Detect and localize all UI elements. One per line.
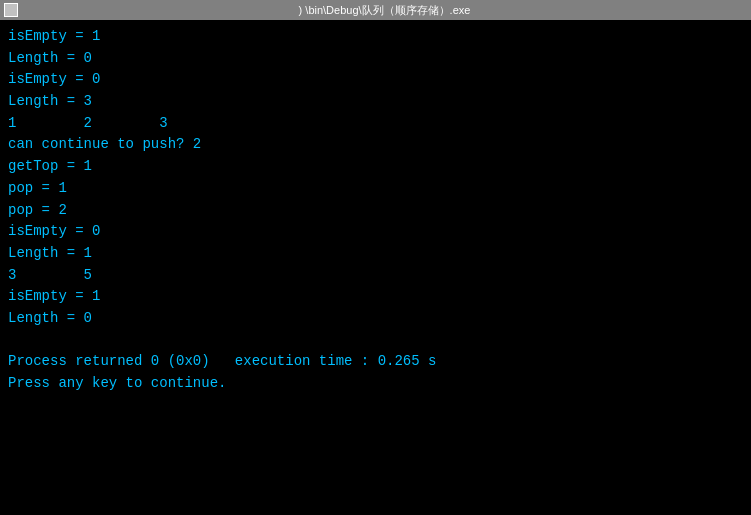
console-empty-line: [8, 330, 743, 352]
title-bar-text: ) \bin\Debug\队列（顺序存储）.exe: [22, 3, 747, 18]
console-area: isEmpty = 1Length = 0isEmpty = 0Length =…: [0, 20, 751, 515]
window-icon: [4, 3, 18, 17]
console-line: Press any key to continue.: [8, 373, 743, 395]
console-line: Length = 0: [8, 308, 743, 330]
console-line: pop = 1: [8, 178, 743, 200]
console-line: 1 2 3: [8, 113, 743, 135]
console-line: 3 5: [8, 265, 743, 287]
console-line: isEmpty = 1: [8, 286, 743, 308]
title-bar: ) \bin\Debug\队列（顺序存储）.exe: [0, 0, 751, 20]
console-line: Length = 0: [8, 48, 743, 70]
console-line: isEmpty = 1: [8, 26, 743, 48]
console-line: Length = 3: [8, 91, 743, 113]
console-line: Process returned 0 (0x0) execution time …: [8, 351, 743, 373]
console-line: Length = 1: [8, 243, 743, 265]
console-line: pop = 2: [8, 200, 743, 222]
console-line: can continue to push? 2: [8, 134, 743, 156]
console-line: isEmpty = 0: [8, 69, 743, 91]
console-line: isEmpty = 0: [8, 221, 743, 243]
console-line: getTop = 1: [8, 156, 743, 178]
